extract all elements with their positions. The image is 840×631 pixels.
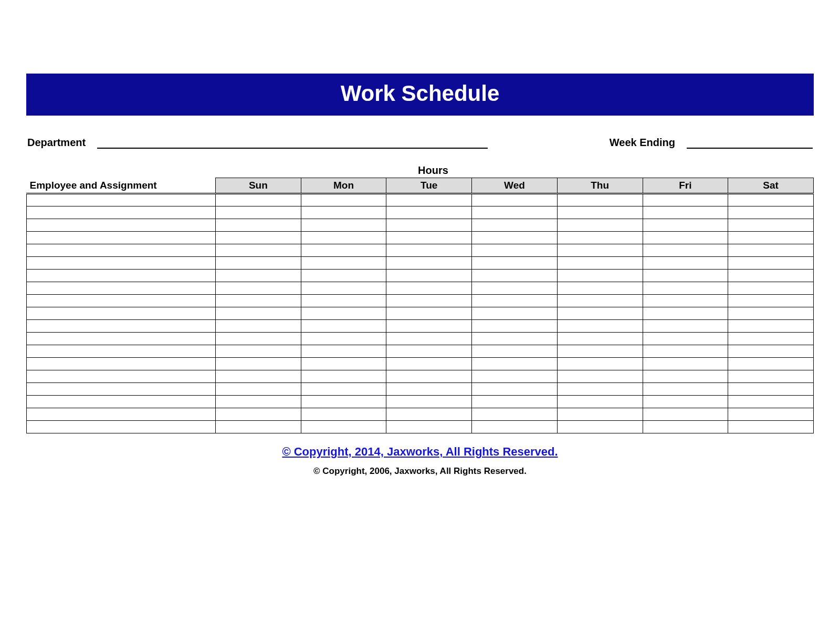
hours-cell[interactable] <box>643 244 728 257</box>
hours-cell[interactable] <box>472 257 558 270</box>
employee-cell[interactable] <box>27 295 216 307</box>
employee-cell[interactable] <box>27 396 216 408</box>
hours-cell[interactable] <box>643 370 728 383</box>
hours-cell[interactable] <box>643 282 728 295</box>
hours-cell[interactable] <box>386 257 472 270</box>
employee-cell[interactable] <box>27 345 216 358</box>
employee-cell[interactable] <box>27 370 216 383</box>
hours-cell[interactable] <box>728 295 814 307</box>
hours-cell[interactable] <box>216 282 301 295</box>
hours-cell[interactable] <box>216 219 301 232</box>
hours-cell[interactable] <box>216 257 301 270</box>
hours-cell[interactable] <box>557 219 643 232</box>
department-input-line[interactable] <box>97 137 488 149</box>
employee-cell[interactable] <box>27 320 216 333</box>
employee-cell[interactable] <box>27 421 216 433</box>
hours-cell[interactable] <box>216 396 301 408</box>
hours-cell[interactable] <box>728 232 814 244</box>
hours-cell[interactable] <box>557 383 643 396</box>
employee-cell[interactable] <box>27 270 216 282</box>
hours-cell[interactable] <box>386 282 472 295</box>
hours-cell[interactable] <box>216 358 301 370</box>
hours-cell[interactable] <box>386 396 472 408</box>
hours-cell[interactable] <box>301 270 386 282</box>
hours-cell[interactable] <box>643 333 728 345</box>
hours-cell[interactable] <box>386 345 472 358</box>
hours-cell[interactable] <box>643 270 728 282</box>
hours-cell[interactable] <box>386 219 472 232</box>
hours-cell[interactable] <box>301 370 386 383</box>
hours-cell[interactable] <box>557 244 643 257</box>
hours-cell[interactable] <box>472 370 558 383</box>
hours-cell[interactable] <box>301 421 386 433</box>
hours-cell[interactable] <box>216 421 301 433</box>
copyright-link[interactable]: © Copyright, 2014, Jaxworks, All Rights … <box>282 445 558 458</box>
hours-cell[interactable] <box>301 408 386 421</box>
hours-cell[interactable] <box>472 219 558 232</box>
hours-cell[interactable] <box>643 206 728 219</box>
hours-cell[interactable] <box>386 408 472 421</box>
hours-cell[interactable] <box>557 257 643 270</box>
employee-cell[interactable] <box>27 408 216 421</box>
hours-cell[interactable] <box>472 295 558 307</box>
hours-cell[interactable] <box>728 194 814 206</box>
hours-cell[interactable] <box>643 383 728 396</box>
hours-cell[interactable] <box>301 257 386 270</box>
hours-cell[interactable] <box>301 333 386 345</box>
hours-cell[interactable] <box>728 333 814 345</box>
hours-cell[interactable] <box>728 244 814 257</box>
hours-cell[interactable] <box>386 206 472 219</box>
hours-cell[interactable] <box>301 307 386 320</box>
employee-cell[interactable] <box>27 194 216 206</box>
hours-cell[interactable] <box>386 383 472 396</box>
employee-cell[interactable] <box>27 358 216 370</box>
hours-cell[interactable] <box>301 320 386 333</box>
hours-cell[interactable] <box>728 408 814 421</box>
hours-cell[interactable] <box>728 219 814 232</box>
employee-cell[interactable] <box>27 206 216 219</box>
hours-cell[interactable] <box>728 320 814 333</box>
hours-cell[interactable] <box>557 307 643 320</box>
hours-cell[interactable] <box>728 370 814 383</box>
hours-cell[interactable] <box>557 370 643 383</box>
hours-cell[interactable] <box>472 307 558 320</box>
hours-cell[interactable] <box>557 206 643 219</box>
hours-cell[interactable] <box>472 421 558 433</box>
employee-cell[interactable] <box>27 232 216 244</box>
hours-cell[interactable] <box>557 270 643 282</box>
hours-cell[interactable] <box>728 282 814 295</box>
hours-cell[interactable] <box>728 383 814 396</box>
hours-cell[interactable] <box>557 333 643 345</box>
hours-cell[interactable] <box>386 270 472 282</box>
hours-cell[interactable] <box>472 358 558 370</box>
hours-cell[interactable] <box>643 396 728 408</box>
hours-cell[interactable] <box>472 408 558 421</box>
hours-cell[interactable] <box>301 396 386 408</box>
hours-cell[interactable] <box>301 383 386 396</box>
hours-cell[interactable] <box>301 194 386 206</box>
hours-cell[interactable] <box>472 320 558 333</box>
hours-cell[interactable] <box>472 383 558 396</box>
hours-cell[interactable] <box>216 244 301 257</box>
hours-cell[interactable] <box>643 320 728 333</box>
hours-cell[interactable] <box>643 345 728 358</box>
hours-cell[interactable] <box>216 370 301 383</box>
hours-cell[interactable] <box>386 358 472 370</box>
hours-cell[interactable] <box>386 194 472 206</box>
hours-cell[interactable] <box>472 396 558 408</box>
hours-cell[interactable] <box>728 345 814 358</box>
hours-cell[interactable] <box>643 194 728 206</box>
hours-cell[interactable] <box>301 282 386 295</box>
hours-cell[interactable] <box>472 206 558 219</box>
hours-cell[interactable] <box>216 232 301 244</box>
hours-cell[interactable] <box>643 232 728 244</box>
hours-cell[interactable] <box>472 282 558 295</box>
hours-cell[interactable] <box>216 295 301 307</box>
hours-cell[interactable] <box>557 232 643 244</box>
hours-cell[interactable] <box>386 421 472 433</box>
hours-cell[interactable] <box>728 206 814 219</box>
hours-cell[interactable] <box>386 307 472 320</box>
hours-cell[interactable] <box>557 408 643 421</box>
hours-cell[interactable] <box>643 421 728 433</box>
hours-cell[interactable] <box>216 194 301 206</box>
